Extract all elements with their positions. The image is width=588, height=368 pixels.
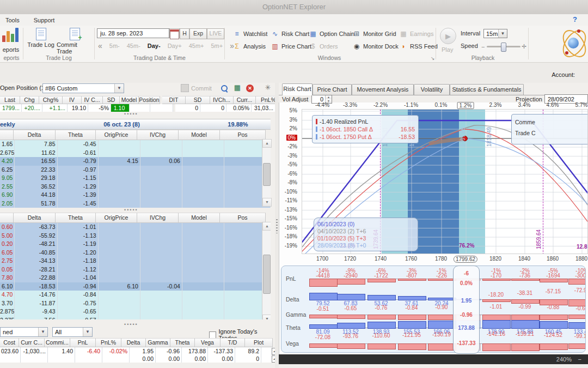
table-row[interactable]: 0.20-48.21-1.19	[0, 240, 271, 249]
table-cell[interactable]: -0.97	[58, 166, 99, 174]
table-cell[interactable]: 2.05	[0, 200, 15, 208]
table-cell[interactable]: -0.75	[58, 299, 99, 308]
table-cell[interactable]	[182, 149, 224, 158]
table-cell[interactable]	[182, 200, 224, 208]
date-legend[interactable]: 06/10/2023 (0)04/10/2023 (2) T+601/10/20…	[314, 218, 418, 251]
totals-row[interactable]: 023.60-1,030....1.40-6.40-0.02%1.95-0.96…	[0, 347, 291, 355]
table-row[interactable]: 2.275-7.56-0.57	[0, 316, 271, 320]
table-cell[interactable]: -0.79	[58, 157, 99, 166]
table-cell[interactable]	[182, 307, 224, 316]
trade-log-button[interactable]: Trade Log	[26, 28, 56, 48]
table-cell[interactable]	[140, 266, 182, 274]
tab-risk-chart[interactable]: Risk Chart	[282, 83, 313, 95]
tab-movement-analysis[interactable]: Movement Analysis	[352, 84, 414, 95]
table-cell[interactable]	[182, 282, 224, 291]
table-cell[interactable]: 6.10	[0, 282, 15, 291]
tab-volatility[interactable]: Volatility	[414, 84, 450, 95]
table-cell[interactable]: 4.70	[0, 291, 15, 299]
table-cell[interactable]: -1.18	[58, 257, 99, 266]
table-row[interactable]: 5.00-55.92-1.13	[0, 232, 271, 240]
tab-price-chart[interactable]: Price Chart	[313, 84, 352, 95]
table-cell[interactable]: -1.29	[58, 183, 99, 191]
trading-date-input[interactable]: ju. 28 sep. 2023	[97, 28, 169, 38]
position-selector[interactable]: #86 Custom▼	[42, 83, 124, 93]
table-cell[interactable]	[140, 291, 182, 299]
window-toggle-risk-chart[interactable]: ∿Risk Chart	[271, 29, 309, 39]
totals-col-header[interactable]: T/D	[220, 338, 245, 347]
table-cell[interactable]	[182, 166, 224, 174]
strike-col-header[interactable]	[0, 213, 14, 223]
table-cell[interactable]	[99, 291, 140, 299]
table-cell[interactable]: -40.85	[15, 249, 57, 257]
summary-col-header[interactable]: Chg%	[39, 96, 63, 104]
table-row[interactable]: 2.5536.52-1.29	[0, 183, 271, 191]
summary-col-header[interactable]: SD	[186, 96, 210, 104]
help-icon[interactable]: ?	[573, 15, 577, 23]
table-cell[interactable]: 36.52	[15, 183, 57, 191]
table-cell[interactable]: 51.78	[15, 200, 57, 208]
table-cell[interactable]	[182, 316, 224, 320]
totals-col-header[interactable]: Vega	[195, 338, 220, 347]
table-row[interactable]: 3.70-11.87-0.75	[0, 299, 271, 308]
totals-col-header[interactable]: Curr C...	[19, 338, 45, 347]
table-cell[interactable]: 1.65	[0, 140, 15, 149]
table-cell[interactable]	[182, 274, 224, 282]
settings-gear-icon[interactable]: ✳	[264, 83, 272, 92]
table-row[interactable]: 7.80-22.88-1.04	[0, 274, 271, 282]
table-cell[interactable]	[140, 174, 182, 183]
table-cell[interactable]	[182, 232, 224, 240]
totals-col-header[interactable]: PnL	[70, 338, 96, 347]
date-exp-button[interactable]: Exp	[189, 28, 207, 39]
table-cell[interactable]: 6.10	[99, 282, 140, 291]
table-cell[interactable]	[99, 316, 140, 320]
close-position-icon[interactable]: ✕	[246, 85, 254, 92]
window-toggle-monitor-dock[interactable]: ◉Monitor Dock	[353, 41, 399, 51]
reports-button[interactable]: eports	[0, 46, 22, 53]
nav-Dayplus[interactable]: Day+	[168, 43, 182, 49]
windows-dialog-launcher-icon[interactable]: ↘	[431, 56, 435, 61]
table-row[interactable]: 6.05-40.85-1.20	[0, 249, 271, 257]
table-cell[interactable]	[99, 166, 140, 174]
table-cell[interactable]: 7.80	[0, 274, 15, 282]
table-cell[interactable]	[99, 240, 140, 249]
table-cell[interactable]: -28.21	[15, 266, 57, 274]
table-cell[interactable]: 2.75	[0, 257, 15, 266]
summary-col-header[interactable]: Last	[0, 96, 20, 104]
table-cell[interactable]	[182, 223, 224, 232]
table-cell[interactable]: -1.45	[58, 200, 99, 208]
scrollbar-thumb[interactable]	[263, 255, 271, 294]
strike-col-header[interactable]: OrigPrice	[96, 130, 137, 140]
summary-col-header[interactable]: Chg	[20, 96, 39, 104]
table-cell[interactable]: 4.20	[0, 157, 15, 166]
strike-col-header[interactable]: Theta	[56, 213, 96, 223]
table-row[interactable]: 6.9044.18-1.39	[0, 191, 271, 200]
speed-slider[interactable]	[487, 46, 520, 47]
table-cell[interactable]: -1.15	[58, 174, 99, 183]
table-cell[interactable]	[182, 191, 224, 200]
table-cell[interactable]: -1.04	[58, 274, 99, 282]
export-excel-icon[interactable]: ▦	[233, 83, 242, 92]
table-cell[interactable]	[140, 191, 182, 200]
summary-col-header[interactable]: DIT	[162, 96, 186, 104]
zoom-out-icon[interactable]: −	[578, 356, 581, 363]
strike-col-header[interactable]	[0, 130, 14, 140]
position-legend[interactable]: -1.40 Realized PnL-1 06oct. 1850 Call Δ1…	[312, 115, 419, 143]
table-cell[interactable]: -1.20	[58, 249, 99, 257]
commit-button[interactable]: Commit	[181, 84, 212, 92]
table-cell[interactable]	[140, 299, 182, 308]
table-row[interactable]: 4.2016.55-0.794.150.06-1	[0, 157, 271, 166]
table-cell[interactable]	[99, 140, 140, 149]
table-cell[interactable]	[140, 183, 182, 191]
table-cell[interactable]: -0.04	[140, 282, 182, 291]
table-cell[interactable]	[99, 223, 140, 232]
table-cell[interactable]	[99, 266, 140, 274]
totals-col-header[interactable]: Plot	[245, 338, 273, 347]
table-cell[interactable]: -9.43	[15, 307, 57, 316]
strike-col-header[interactable]: Pos	[220, 130, 266, 140]
totals-col-header[interactable]: Commi...	[45, 338, 70, 347]
window-toggle-earnings[interactable]: ▦Earnings	[400, 29, 433, 39]
nav-45mminus[interactable]: 45m-	[127, 43, 140, 49]
speed-minus-icon[interactable]: −	[481, 44, 485, 50]
nav-45mplus[interactable]: 45m+	[189, 43, 204, 49]
table-cell[interactable]: -63.73	[15, 223, 57, 232]
